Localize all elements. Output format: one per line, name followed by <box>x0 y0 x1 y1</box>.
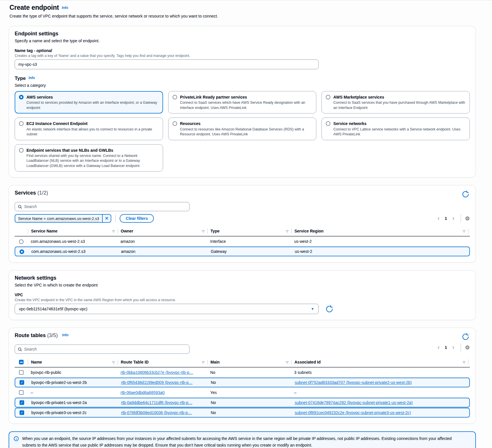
services-pagination: ‹ 1 › ⚙ <box>435 214 470 222</box>
sort-icon[interactable]: ▽ <box>463 229 465 233</box>
row-checkbox[interactable] <box>19 390 24 395</box>
services-search[interactable] <box>15 202 189 211</box>
services-settings-gear-icon[interactable]: ⚙ <box>465 216 470 221</box>
row-checkbox[interactable] <box>20 410 24 415</box>
row-radio[interactable] <box>19 239 24 244</box>
category-cards: AWS services Connect to services provide… <box>15 91 470 172</box>
page-description: Create the type of VPC endpoint that sup… <box>9 14 476 18</box>
services-refresh-icon[interactable] <box>461 190 470 199</box>
select-all-checkbox[interactable] <box>19 360 24 364</box>
route-tables-table: Name▽ Route Table ID▽ Main▽ Associated I… <box>15 357 470 418</box>
alert-text: When you use an endpoint, the source IP … <box>22 435 471 448</box>
rtb-col-main: Main▽ <box>207 359 291 365</box>
subnet-link[interactable]: subnet-0f891cec049232c2e (byovpc-subnet-… <box>295 410 411 415</box>
radio-ec2-instance-connect[interactable] <box>19 121 24 126</box>
filter-token-dismiss-icon[interactable]: ✕ <box>102 215 111 222</box>
rtb-col-associated-id: Associated Id▽ <box>291 359 468 365</box>
rtb-row-public[interactable]: byovpc-rtb-public rtb-0bba10806b33cb27e … <box>15 368 470 377</box>
radio-privatelink-partner[interactable] <box>173 95 177 99</box>
row-radio[interactable] <box>20 249 24 254</box>
endpoint-settings-panel: Endpoint settings Specify a name and sel… <box>9 26 476 178</box>
route-tables-page-number[interactable]: 1 <box>443 345 449 350</box>
type-section: TypeInfo Select a category AWS services … <box>15 76 470 172</box>
route-tables-panel: Route tables (3/5) Info ‹ 1 › ⚙ <box>9 328 476 424</box>
route-tables-prev-page-icon[interactable]: ‹ <box>435 344 442 351</box>
endpoint-settings-description: Specify a name and select the type of en… <box>15 39 470 43</box>
route-tables-settings-gear-icon[interactable]: ⚙ <box>465 345 470 350</box>
services-row-interface[interactable]: com.amazonaws.us-west-2.s3 amazon Interf… <box>15 237 470 246</box>
radio-service-networks[interactable] <box>326 121 330 126</box>
services-col-service-name: Service Name▽ <box>28 228 118 234</box>
route-tables-search[interactable] <box>15 345 189 354</box>
vpc-help: Create the VPC endpoint in the VPC in th… <box>15 298 470 302</box>
sort-icon[interactable]: ▽ <box>112 229 115 233</box>
route-tables-info-link[interactable]: Info <box>62 333 68 337</box>
services-col-type: Type▽ <box>207 228 291 234</box>
services-col-owner: Owner▽ <box>118 228 207 234</box>
route-tables-pagination: ‹ 1 › ⚙ <box>435 343 470 351</box>
sort-icon[interactable]: ▽ <box>112 360 115 364</box>
network-settings-panel: Network settings Select the VPC in which… <box>9 270 476 320</box>
chevron-down-icon: ▼ <box>311 307 314 311</box>
row-checkbox[interactable] <box>19 370 24 375</box>
radio-resources[interactable] <box>173 121 177 126</box>
page-info-link[interactable]: Info <box>62 6 68 10</box>
row-checkbox[interactable] <box>20 380 24 385</box>
page-title: Create endpoint <box>9 4 59 11</box>
rtb-row-private1[interactable]: byovpc-rtb-private1-us-west-2a rtb-0a9dd… <box>15 398 470 407</box>
type-info-link[interactable]: Info <box>28 76 35 80</box>
sort-icon[interactable]: ▽ <box>202 360 204 364</box>
route-tables-search-input[interactable] <box>24 347 186 351</box>
services-prev-page-icon[interactable]: ‹ <box>435 215 442 222</box>
route-table-id-link[interactable]: rtb-06ae0dbd6a88593a0 <box>120 390 164 395</box>
subnets-popover-trigger[interactable]: 3 subnets <box>294 370 312 375</box>
radio-marketplace[interactable] <box>326 95 330 99</box>
clear-filters-button[interactable]: Clear filters <box>120 214 154 223</box>
subnet-link[interactable]: subnet-07418de78974ac292 (byovpc-subnet-… <box>295 400 413 405</box>
subnet-link[interactable]: subnet-0f752ad83333ad707 (byovpc-subnet-… <box>295 380 412 385</box>
category-card-privatelink-partner[interactable]: PrivateLink Ready partner services Conne… <box>168 91 317 114</box>
category-card-marketplace[interactable]: AWS Marketplace services Connect to SaaS… <box>321 91 470 114</box>
info-icon: i <box>14 436 19 441</box>
radio-nlb-gwlb[interactable] <box>19 148 24 153</box>
name-tag-input[interactable] <box>15 59 319 69</box>
route-tables-title: Route tables (3/5) Info <box>15 332 68 339</box>
vpc-select[interactable]: vpc-0eb11514a74631e5f (byovpc-vpc) ▼ <box>15 304 319 314</box>
endpoint-info-alert: i When you use an endpoint, the source I… <box>9 431 476 448</box>
route-table-id-link[interactable]: rtb-0bba10806b33cb27e (byovpc-rtb-p… <box>120 370 193 375</box>
row-checkbox[interactable] <box>20 400 24 405</box>
rtb-row-private3[interactable]: byovpc-rtb-private3-us-west-2c rtb-076fd… <box>15 408 470 418</box>
services-page-number[interactable]: 1 <box>443 216 449 221</box>
radio-aws-services[interactable] <box>19 95 24 99</box>
services-table: Service Name▽ Owner▽ Type▽ Service Regio… <box>15 226 470 256</box>
category-card-ec2-instance-connect[interactable]: EC2 Instance Connect Endpoint An elastic… <box>15 118 163 140</box>
sort-icon[interactable]: ▽ <box>286 360 288 364</box>
sort-icon[interactable]: ▽ <box>202 229 204 233</box>
services-row-gateway[interactable]: com.amazonaws.us-west-2.s3 amazon Gatewa… <box>15 247 470 256</box>
route-table-id-link[interactable]: rtb-076fdf3b08ed10036 (byovpc-rtb-p… <box>121 410 192 415</box>
endpoint-settings-title: Endpoint settings <box>15 31 470 37</box>
services-title: Services (1/2) <box>15 190 48 196</box>
rtb-col-name: Name▽ <box>28 359 118 365</box>
create-endpoint-page: Create endpointInfo Create the type of V… <box>0 0 492 448</box>
services-next-page-icon[interactable]: › <box>450 215 457 222</box>
route-tables-next-page-icon[interactable]: › <box>450 344 457 351</box>
rtb-row-private2[interactable]: byovpc-rtb-private2-us-west-2b rtb-0f654… <box>15 378 470 387</box>
rtb-row-main[interactable]: – rtb-06ae0dbd6a88593a0 Yes – <box>15 388 470 397</box>
route-table-id-link[interactable]: rtb-0f65438d1199ed009 (byovpc-rtb-p… <box>121 380 193 385</box>
category-card-aws-services[interactable]: AWS services Connect to services provide… <box>15 91 163 114</box>
type-help: Select a category <box>15 83 470 88</box>
rtb-col-route-table-id: Route Table ID▽ <box>118 359 207 365</box>
network-settings-title: Network settings <box>15 275 470 281</box>
name-tag-help: Creates a tag with a key of 'Name' and a… <box>15 54 470 58</box>
services-search-input[interactable] <box>24 204 186 209</box>
vpc-refresh-icon[interactable] <box>325 305 334 314</box>
route-tables-refresh-icon[interactable] <box>461 332 470 341</box>
category-card-resources[interactable]: Resources Connect to resources like Amaz… <box>168 118 317 140</box>
page-header: Create endpointInfo Create the type of V… <box>9 4 476 18</box>
category-card-nlb-gwlb[interactable]: Endpoint services that use NLBs and GWLB… <box>15 144 163 172</box>
route-table-id-link[interactable]: rtb-0a9ddbe64c1711df6 (byovpc-rtb-p… <box>121 400 192 405</box>
sort-icon[interactable]: ▽ <box>463 360 465 364</box>
category-card-service-networks[interactable]: Service networks Connect to VPC Lattice … <box>321 118 470 140</box>
sort-icon[interactable]: ▽ <box>286 229 288 233</box>
